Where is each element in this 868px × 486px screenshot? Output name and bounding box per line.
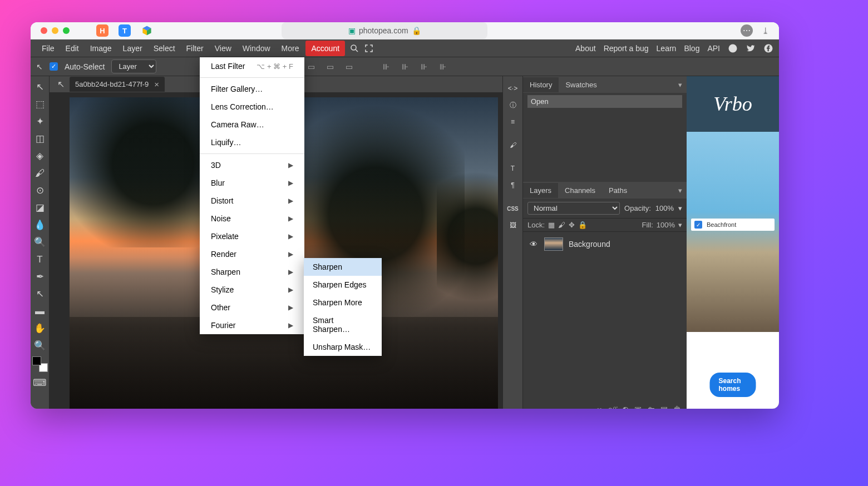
layers-panel-menu-icon[interactable]: ▾ — [674, 186, 687, 195]
submenu-smart-sharpen[interactable]: Smart Sharpen… — [304, 311, 382, 338]
distribute-2-icon[interactable]: ⊪ — [399, 61, 411, 73]
distribute-1-icon[interactable]: ⊪ — [380, 61, 392, 73]
minimize-window-button[interactable] — [52, 27, 58, 34]
wand-tool[interactable]: ✦ — [31, 113, 49, 130]
adjustment-icon[interactable]: ▣ — [634, 405, 642, 409]
menu-last-filter[interactable]: Last Filter ⌥ + ⌘ + F — [200, 57, 304, 75]
opacity-value[interactable]: 100% — [655, 204, 674, 212]
panel-icon-character[interactable]: T — [506, 162, 520, 175]
dodge-tool[interactable]: 🔍 — [31, 234, 49, 251]
facebook-icon[interactable] — [763, 43, 773, 53]
menu-select[interactable]: Select — [148, 41, 181, 56]
eyedropper-tool[interactable]: ◈ — [31, 147, 49, 165]
blur-tool[interactable]: 💧 — [31, 216, 49, 234]
brush-tool[interactable]: 🖌 — [31, 165, 49, 182]
lock-all-icon[interactable]: 🔒 — [578, 221, 587, 229]
ext-icon-2[interactable]: T — [119, 24, 131, 37]
new-layer-icon[interactable]: ▤ — [660, 405, 668, 409]
menu-more[interactable]: More — [276, 41, 305, 56]
submenu-sharpen-edges[interactable]: Sharpen Edges — [304, 276, 382, 294]
crop-tool[interactable]: ◫ — [31, 130, 49, 147]
mask-icon[interactable]: ◐ — [622, 405, 629, 409]
opacity-dropdown-icon[interactable]: ▾ — [678, 204, 682, 212]
fill-value[interactable]: 100% — [657, 221, 675, 229]
menu-render[interactable]: Render▶ — [200, 245, 304, 263]
link-about[interactable]: About — [575, 44, 596, 53]
color-swatches[interactable] — [32, 356, 48, 372]
tab-history[interactable]: History — [523, 77, 559, 92]
menu-lens-correction[interactable]: Lens Correction… — [200, 98, 304, 116]
maximize-window-button[interactable] — [63, 27, 70, 34]
menu-file[interactable]: File — [36, 41, 60, 56]
menu-edit[interactable]: Edit — [60, 41, 85, 56]
submenu-sharpen-more[interactable]: Sharpen More — [304, 294, 382, 311]
ad-cta-button[interactable]: Search homes — [710, 373, 756, 397]
close-tab-icon[interactable]: × — [154, 80, 159, 89]
type-tool[interactable]: T — [31, 251, 49, 268]
pen-tool[interactable]: ✒ — [31, 268, 49, 285]
ad-checkbox[interactable]: ✓ — [694, 221, 702, 229]
ext-icon-1[interactable]: H — [96, 24, 108, 37]
folder-icon[interactable]: 🗀 — [647, 405, 655, 409]
move-tool[interactable]: ↖ — [31, 78, 49, 96]
menu-account[interactable]: Account — [305, 41, 345, 56]
tab-swatches[interactable]: Swatches — [559, 77, 603, 92]
link-blog[interactable]: Blog — [684, 44, 699, 53]
zoom-tool[interactable]: 🔍 — [31, 337, 49, 354]
lock-move-icon[interactable]: ✥ — [569, 221, 575, 229]
menu-stylize[interactable]: Stylize▶ — [200, 281, 304, 299]
path-select-tool[interactable]: ↖ — [31, 285, 49, 302]
menu-other[interactable]: Other▶ — [200, 299, 304, 316]
distribute-3-icon[interactable]: ⊪ — [418, 61, 430, 73]
layer-select-dropdown[interactable]: Layer — [111, 59, 156, 73]
tab-layers[interactable]: Layers — [523, 183, 558, 198]
panel-icon-css[interactable]: CSS — [506, 202, 520, 215]
panel-icon-image[interactable]: 🖼 — [506, 219, 520, 232]
menu-window[interactable]: Window — [237, 41, 276, 56]
submenu-sharpen[interactable]: Sharpen — [304, 258, 382, 276]
delete-layer-icon[interactable]: 🗑 — [673, 405, 681, 409]
align-left-icon[interactable]: ▭ — [305, 61, 318, 73]
align-center-h-icon[interactable]: ▭ — [324, 61, 337, 73]
rectangle-tool[interactable]: ▬ — [31, 302, 49, 320]
menu-noise[interactable]: Noise▶ — [200, 210, 304, 227]
link-learn[interactable]: Learn — [657, 44, 677, 53]
history-panel-menu-icon[interactable]: ▾ — [674, 81, 687, 89]
marquee-tool[interactable]: ⬚ — [31, 96, 49, 113]
search-icon[interactable] — [349, 43, 359, 53]
menu-view[interactable]: View — [209, 41, 237, 56]
tab-channels[interactable]: Channels — [558, 183, 602, 198]
tab-paths[interactable]: Paths — [602, 183, 634, 198]
link-layers-icon[interactable]: ∞ — [596, 405, 602, 409]
menu-3d[interactable]: 3D▶ — [200, 156, 304, 174]
lock-transparent-icon[interactable]: ▦ — [548, 221, 555, 229]
address-bar[interactable]: ▣ photopea.com 🔒 — [282, 22, 487, 39]
history-item-open[interactable]: Open — [527, 95, 682, 108]
menu-camera-raw[interactable]: Camera Raw… — [200, 116, 304, 133]
fill-dropdown-icon[interactable]: ▾ — [678, 221, 682, 229]
clone-tool[interactable]: ⊙ — [31, 182, 49, 199]
menu-filter-gallery[interactable]: Filter Gallery… — [200, 80, 304, 98]
menu-blur[interactable]: Blur▶ — [200, 174, 304, 192]
eraser-tool[interactable]: ◪ — [31, 199, 49, 216]
fx-icon[interactable]: ℯ𝑓𝑓 — [608, 405, 617, 409]
panel-icon-paragraph[interactable]: ¶ — [506, 178, 520, 192]
panel-icon-info[interactable]: ⓘ — [506, 98, 520, 112]
link-report-bug[interactable]: Report a bug — [604, 44, 649, 53]
panel-icon-brush[interactable]: 🖌 — [506, 138, 520, 152]
layer-thumbnail[interactable] — [544, 237, 563, 251]
panel-icon-adjust[interactable]: ≡ — [506, 115, 520, 128]
menu-filter[interactable]: Filter — [181, 41, 209, 56]
submenu-unsharp-mask[interactable]: Unsharp Mask… — [304, 338, 382, 356]
downloads-icon[interactable]: ⤓ — [762, 26, 769, 36]
menu-sharpen[interactable]: Sharpen▶ — [200, 263, 304, 281]
menu-image[interactable]: Image — [85, 41, 117, 56]
link-api[interactable]: API — [707, 44, 720, 53]
menu-fourier[interactable]: Fourier▶ — [200, 316, 304, 334]
layer-visibility-icon[interactable]: 👁 — [529, 240, 539, 249]
menu-pixelate[interactable]: Pixelate▶ — [200, 227, 304, 245]
menu-liquify[interactable]: Liquify… — [200, 133, 304, 151]
tab-home-icon[interactable]: ↖ — [53, 77, 68, 92]
ext-icon-3[interactable] — [141, 24, 153, 37]
menu-layer[interactable]: Layer — [117, 41, 148, 56]
